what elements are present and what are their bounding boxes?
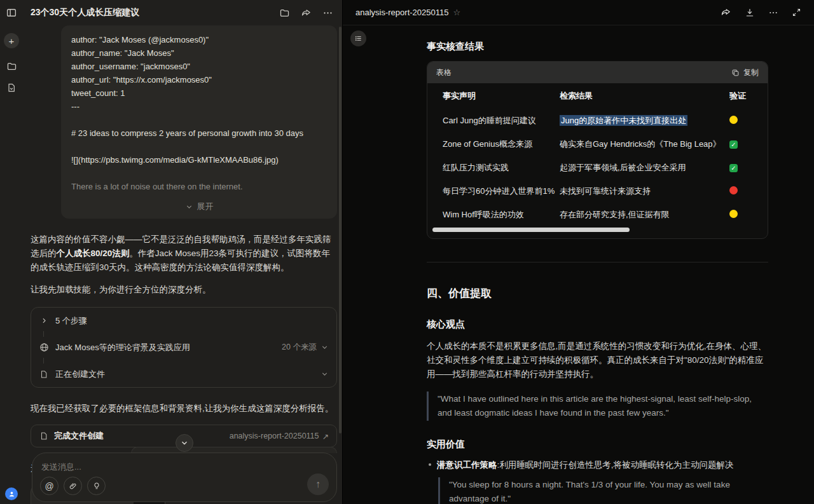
code-image-line: ![](https://pbs.twimg.com/media/G-kMTleX… bbox=[71, 153, 327, 167]
status-indicator bbox=[729, 210, 738, 218]
table-row: Wim Hof呼吸法的功效 存在部分研究支持,但证据有限 bbox=[427, 203, 768, 226]
send-button[interactable]: ↑ bbox=[307, 473, 329, 495]
code-heading-line: # 23 ideas to compress 2 years of person… bbox=[71, 126, 327, 140]
chat-scrollbar[interactable] bbox=[339, 27, 341, 433]
ideas-button[interactable] bbox=[87, 477, 106, 495]
app-window: + 23个30天个人成长压缩建议 bbox=[0, 0, 814, 504]
creating-file-label: 正在创建文件 bbox=[55, 369, 314, 380]
message-composer: @ ↑ bbox=[32, 453, 337, 502]
copy-icon bbox=[731, 69, 740, 77]
section-divider bbox=[427, 262, 768, 262]
new-chat-button[interactable]: + bbox=[4, 33, 19, 48]
table-row: Carl Jung的睡前提问建议 Jung的原始著作中未找到直接出处 bbox=[427, 109, 768, 132]
star-icon[interactable]: ☆ bbox=[453, 8, 460, 17]
fact-check-heading: 事实核查结果 bbox=[427, 41, 768, 53]
research-step-label: Jack Moses等的理论背景及实践应用 bbox=[55, 342, 275, 353]
document-icon bbox=[39, 369, 49, 379]
list-item: 潜意识工作策略:利用睡眠时间进行创造性思考,将被动睡眠转化为主动问题解决 "Yo… bbox=[427, 458, 768, 504]
share-icon[interactable] bbox=[721, 7, 732, 18]
copy-button[interactable]: 复制 bbox=[731, 67, 759, 78]
chat-scroll-area[interactable]: author: "Jack Moses (@jackmoses0)" autho… bbox=[23, 25, 342, 504]
table-row: 红队压力测试实践 起源于军事领域,后被企业安全采用 bbox=[427, 156, 768, 179]
chat-panel: + 23个30天个人成长压缩建议 bbox=[0, 0, 342, 504]
code-line: author_name: "Jack Moses" bbox=[71, 46, 327, 60]
result-cell: 未找到可靠统计来源支持 bbox=[560, 186, 729, 197]
practical-value-heading: 实用价值 bbox=[427, 439, 768, 451]
section-heading: 四、价值提取 bbox=[427, 286, 768, 301]
more-options-icon[interactable] bbox=[322, 7, 333, 18]
table-hscroll-thumb[interactable] bbox=[432, 228, 630, 232]
expand-label: 展开 bbox=[197, 201, 214, 212]
code-muted-line: There is a lot of noise out there on the… bbox=[71, 180, 327, 193]
column-header: 检索结果 bbox=[560, 90, 729, 102]
table-label: 表格 bbox=[436, 67, 452, 78]
code-line: author_url: "https://x.com/jackmoses0" bbox=[71, 73, 327, 86]
chevron-down-icon[interactable] bbox=[321, 370, 329, 378]
fullscreen-icon[interactable] bbox=[791, 7, 803, 18]
bullet-quote: "You sleep for 8 hours a night. That's 1… bbox=[438, 477, 737, 504]
research-step-row[interactable]: Jack Moses等的理论背景及实践应用 20 个来源 bbox=[39, 337, 329, 358]
chat-column: 23个30天个人成长压缩建议 author: "Jack Moses (@jac… bbox=[23, 0, 342, 504]
table-header-row: 事实声明 检索结果 验证 bbox=[427, 83, 768, 109]
result-cell: 存在部分研究支持,但证据有限 bbox=[560, 209, 729, 221]
result-cell: 确实来自Gay Hendricks的《The Big Leap》 bbox=[560, 139, 729, 150]
steps-card: 5 个步骤 Jack Moses等的理论背景及实践应用 20 个来源 bbox=[31, 307, 337, 388]
chevron-down-icon bbox=[185, 203, 193, 211]
mention-button[interactable]: @ bbox=[40, 477, 59, 495]
chevron-right-icon bbox=[39, 316, 49, 326]
code-line: author: "Jack Moses (@jackmoses0)" bbox=[71, 33, 327, 46]
chevron-down-icon[interactable] bbox=[321, 343, 329, 351]
document-title: analysis-report-20250115 bbox=[355, 8, 448, 17]
selected-result-text: Jung的原始著作中未找到直接出处 bbox=[560, 115, 687, 126]
scroll-to-bottom-button[interactable] bbox=[176, 434, 193, 452]
file-name: analysis-report-20250115 bbox=[230, 432, 319, 440]
assistant-message: 这篇内容的价值不容小觑——它不是泛泛的自我帮助鸡汤，而是经过多年实践筛选后的个人… bbox=[31, 233, 336, 275]
result-cell: 起源于军事领域,后被企业安全采用 bbox=[560, 162, 729, 174]
status-indicator bbox=[729, 116, 738, 124]
status-indicator bbox=[729, 186, 738, 194]
assistant-message: 现在我已经获取了必要的框架信息和背景资料,让我为你生成这篇深度分析报告。 bbox=[31, 402, 336, 416]
claim-cell: Carl Jung的睡前提问建议 bbox=[443, 115, 560, 126]
share-icon[interactable] bbox=[300, 7, 312, 18]
open-link-icon: ↗ bbox=[322, 432, 329, 441]
download-icon[interactable] bbox=[744, 7, 755, 18]
step-connector bbox=[43, 331, 44, 337]
expand-button[interactable]: 展开 bbox=[71, 201, 327, 212]
sidebar-toggle-icon[interactable] bbox=[5, 6, 18, 19]
message-input[interactable] bbox=[41, 462, 328, 472]
core-paragraph: 个人成长的本质不是积累更多信息,而是通过系统性的习惯改变和行为优化,在身体、心理… bbox=[427, 339, 768, 381]
code-line: author_username: "jackmoses0" bbox=[71, 60, 327, 73]
assistant-message: 让我先加载技能，为你进行全方位的深度分析。 bbox=[31, 283, 336, 297]
steps-count-label: 5 个步骤 bbox=[55, 315, 329, 327]
table-toolbar: 表格 复制 bbox=[427, 62, 768, 83]
status-indicator bbox=[729, 164, 738, 172]
practical-value-list: 潜意识工作策略:利用睡眠时间进行创造性思考,将被动睡眠转化为主动问题解决 "Yo… bbox=[427, 458, 768, 504]
document-icon bbox=[39, 431, 49, 441]
fact-table-card: 表格 复制 事实声明 检索结果 验证 Carl Jung的睡前提问建议 Jung… bbox=[427, 61, 768, 239]
core-viewpoint-heading: 核心观点 bbox=[427, 318, 768, 330]
lightbulb-icon bbox=[92, 482, 101, 491]
paperclip-icon bbox=[69, 482, 78, 491]
steps-toggle-row[interactable]: 5 个步骤 bbox=[39, 310, 329, 331]
folder-icon[interactable] bbox=[5, 60, 18, 72]
user-avatar[interactable] bbox=[5, 487, 18, 500]
column-header: 验证 bbox=[729, 90, 768, 102]
document-body: 事实核查结果 表格 复制 事实声明 检索结果 验证 Carl Jung的睡前提问… bbox=[343, 25, 814, 504]
outline-menu-button[interactable] bbox=[350, 31, 366, 46]
knowledge-file-icon[interactable] bbox=[5, 81, 18, 94]
document-header: analysis-report-20250115 ☆ × bbox=[343, 0, 814, 25]
status-indicator bbox=[729, 140, 738, 149]
archive-folder-icon[interactable] bbox=[279, 7, 290, 18]
code-line: --- bbox=[71, 100, 327, 113]
table-row: Zone of Genius概念来源 确实来自Gay Hendricks的《Th… bbox=[427, 132, 768, 156]
claim-cell: Zone of Genius概念来源 bbox=[443, 139, 560, 150]
main-quote: "What I have outlined here in this artic… bbox=[427, 392, 768, 421]
more-options-icon[interactable] bbox=[768, 7, 779, 18]
column-header: 事实声明 bbox=[443, 90, 560, 102]
left-sidebar: + bbox=[0, 0, 23, 504]
creating-file-row[interactable]: 正在创建文件 bbox=[39, 364, 329, 385]
list-icon bbox=[354, 34, 362, 43]
copy-label: 复制 bbox=[743, 67, 759, 78]
attach-file-button[interactable] bbox=[64, 477, 82, 495]
chevron-down-icon bbox=[180, 439, 189, 447]
